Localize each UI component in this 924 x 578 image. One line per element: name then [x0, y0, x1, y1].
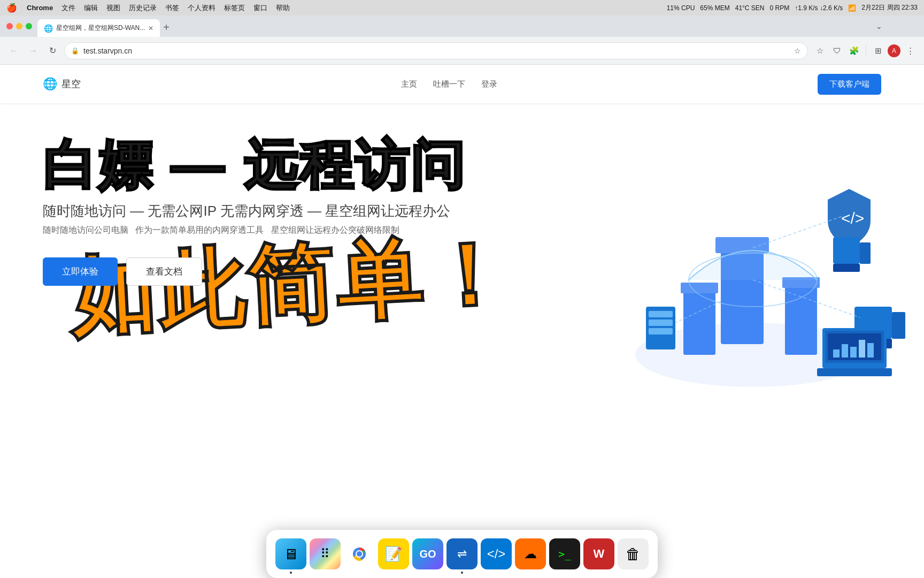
cta-row: 立即体验 查看文档 — [43, 257, 881, 286]
svg-rect-25 — [649, 311, 673, 317]
svg-rect-21 — [859, 340, 865, 358]
menubar: 🍎 Chrome 文件 编辑 视图 历史记录 书签 个人资料 标签页 窗口 帮助… — [0, 0, 924, 16]
menubar-bookmarks[interactable]: 书签 — [165, 3, 179, 13]
dock-remote-desktop[interactable]: ⇌ — [446, 538, 478, 569]
dock-launchpad[interactable]: ⠿ — [310, 538, 341, 569]
svg-rect-19 — [842, 344, 848, 358]
remote-desktop-icon: ⇌ — [457, 547, 467, 561]
profile-btn[interactable]: A — [888, 44, 900, 57]
rpm-status: 0 RPM — [770, 4, 790, 12]
tab-favicon: 🌐 — [44, 24, 53, 33]
dock-cloudflare[interactable]: ☁ — [515, 538, 546, 569]
browser-tab-active[interactable]: 🌐 星空组网，星空组网SD-WAN... ✕ — [37, 19, 160, 37]
tab-close-btn[interactable]: ✕ — [148, 25, 153, 32]
trash-icon: 🗑 — [626, 545, 641, 563]
menubar-edit[interactable]: 编辑 — [84, 3, 98, 13]
logo-icon: 🌐 — [43, 77, 57, 91]
hero-subtitle: 随时随地访问 — 无需公网IP 无需内网穿透 — 星空组网让远程办公 — [43, 202, 450, 220]
notes-icon: 📝 — [385, 546, 402, 562]
cloudflare-icon: ☁ — [524, 546, 537, 561]
close-window-btn[interactable] — [6, 23, 13, 29]
dock-chrome[interactable] — [344, 538, 375, 569]
svg-rect-5 — [785, 285, 817, 355]
net-status: ↑1.9 K/s ↓2.6 K/s — [795, 4, 843, 12]
site-nav: 主页 吐槽一下 登录 — [401, 79, 497, 89]
hero-headline: 白嫖 — 远程访问 — [43, 135, 881, 194]
cta-primary-btn[interactable]: 立即体验 — [43, 257, 118, 286]
bookmark-star-icon[interactable]: ☆ — [794, 47, 801, 55]
svg-rect-18 — [833, 349, 840, 358]
nav-login[interactable]: 登录 — [481, 79, 497, 89]
tab-title: 星空组网，星空组网SD-WAN... — [56, 24, 145, 33]
site-logo: 🌐 星空 — [43, 77, 81, 91]
dock-wps[interactable]: W — [583, 538, 614, 569]
menubar-tabs[interactable]: 标签页 — [224, 3, 245, 13]
tab-strip-menu-btn[interactable]: ⌄ — [872, 19, 887, 34]
menubar-help[interactable]: 帮助 — [276, 3, 290, 13]
download-client-btn[interactable]: 下载客户端 — [818, 74, 881, 95]
chrome-menu-btn[interactable]: ⋮ — [903, 43, 918, 58]
security-icon: 🔒 — [71, 47, 79, 55]
svg-rect-13 — [892, 312, 905, 339]
dock-trash[interactable]: 🗑 — [618, 538, 649, 569]
svg-point-34 — [357, 551, 362, 557]
nav-home[interactable]: 主页 — [401, 79, 417, 89]
menubar-history[interactable]: 历史记录 — [129, 3, 157, 13]
dock-notes[interactable]: 📝 — [378, 538, 409, 569]
nav-actions: ☆ 🛡 🧩 ⊞ A ⋮ — [812, 43, 918, 58]
reload-btn[interactable]: ↻ — [45, 43, 60, 58]
dock: 🖥 ⠿ 📝 GO ⇌ </> ☁ >_ — [266, 530, 658, 578]
terminal-icon: >_ — [558, 547, 571, 560]
svg-rect-22 — [867, 343, 874, 358]
browser-window: 🌐 星空组网，星空组网SD-WAN... ✕ + ⌄ ← → ↻ 🔒 test.… — [0, 16, 924, 578]
tab-bar: 🌐 星空组网，星空组网SD-WAN... ✕ + ⌄ — [0, 16, 924, 37]
extension-guard-btn[interactable]: 🛡 — [829, 43, 844, 58]
svg-rect-20 — [850, 347, 857, 358]
svg-rect-27 — [649, 328, 673, 334]
traffic-lights — [6, 23, 32, 29]
nav-divider — [866, 45, 866, 56]
site-header: 🌐 星空 主页 吐槽一下 登录 下载客户端 — [0, 65, 924, 103]
back-btn[interactable]: ← — [6, 43, 21, 58]
menubar-profile[interactable]: 个人资料 — [188, 3, 215, 13]
bookmark-btn[interactable]: ☆ — [812, 43, 827, 58]
nav-complain[interactable]: 吐槽一下 — [433, 79, 465, 89]
vscode-icon: </> — [487, 546, 506, 561]
wifi-icon: 📶 — [848, 4, 856, 12]
launchpad-icon: ⠿ — [320, 546, 330, 561]
menubar-status: 11% CPU 65% MEM 41°C SEN 0 RPM ↑1.9 K/s … — [667, 3, 918, 12]
svg-rect-23 — [817, 368, 892, 376]
dock-terminal[interactable]: >_ — [549, 538, 580, 569]
cpu-status: 11% CPU — [667, 4, 695, 12]
hero-section: 白嫖 — 远程访问 随时随地访问 — 无需公网IP 无需内网穿透 — 星空组网让… — [0, 103, 924, 467]
menubar-file[interactable]: 文件 — [61, 3, 75, 13]
split-view-btn[interactable]: ⊞ — [871, 43, 886, 58]
url-display: test.starvpn.cn — [83, 47, 790, 55]
svg-rect-26 — [649, 320, 673, 326]
goland-icon: GO — [419, 548, 436, 560]
menubar-view[interactable]: 视图 — [106, 3, 120, 13]
logo-text: 星空 — [61, 78, 81, 90]
chrome-icon — [348, 542, 371, 566]
temp-status: 41°C SEN — [735, 4, 765, 12]
maximize-window-btn[interactable] — [26, 23, 32, 29]
address-bar[interactable]: 🔒 test.starvpn.cn ☆ — [64, 42, 808, 59]
finder-icon: 🖥 — [283, 545, 298, 563]
dock-goland[interactable]: GO — [412, 538, 443, 569]
forward-btn[interactable]: → — [26, 43, 41, 58]
menubar-app-name[interactable]: Chrome — [27, 4, 53, 12]
minimize-window-btn[interactable] — [16, 23, 22, 29]
apple-menu[interactable]: 🍎 — [6, 3, 17, 13]
dock-finder[interactable]: 🖥 — [275, 538, 306, 569]
wps-icon: W — [594, 547, 605, 561]
menubar-window[interactable]: 窗口 — [253, 3, 267, 13]
site-content: 🌐 星空 主页 吐槽一下 登录 下载客户端 白嫖 — 远程访问 随时随地访问 —… — [0, 65, 924, 578]
datetime-status: 2月22日 周四 22:33 — [861, 3, 918, 12]
extensions-btn[interactable]: 🧩 — [846, 43, 861, 58]
navigation-bar: ← → ↻ 🔒 test.starvpn.cn ☆ ☆ 🛡 🧩 ⊞ A ⋮ — [0, 37, 924, 65]
dock-vscode[interactable]: </> — [481, 538, 512, 569]
new-tab-btn[interactable]: + — [163, 21, 170, 34]
cta-secondary-btn[interactable]: 查看文档 — [126, 257, 202, 286]
mem-status: 65% MEM — [700, 4, 729, 12]
